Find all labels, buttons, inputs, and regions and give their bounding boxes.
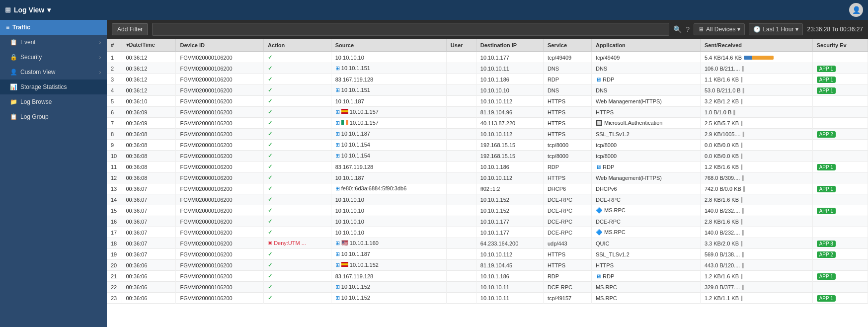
add-filter-button[interactable]: Add Filter bbox=[112, 23, 148, 35]
col-security[interactable]: Security Ev bbox=[812, 39, 868, 52]
cell-dest: 10.10.1.177 bbox=[476, 227, 543, 238]
sent-value: 329.0 B/377.... bbox=[705, 284, 740, 290]
cell-service: tcp/8000 bbox=[543, 151, 591, 162]
cell-user bbox=[446, 162, 476, 172]
table-row[interactable]: 5 00:36:10 FGVM020000106200 ✓ 10.10.1.18… bbox=[107, 96, 868, 107]
table-row[interactable]: 11 00:36:08 FGVM020000106200 ✓ 83.167.11… bbox=[107, 162, 868, 172]
cell-number: 14 bbox=[107, 194, 122, 205]
chevron-right-icon: › bbox=[99, 40, 101, 45]
cell-action: ✓ bbox=[264, 96, 331, 107]
table-row[interactable]: 20 00:36:06 FGVM020000106200 ✓ ⊞ 10.10.1… bbox=[107, 260, 868, 271]
sent-value: 1.1 KB/1.6 KB bbox=[705, 77, 739, 82]
sidebar-item-security[interactable]: 🔒 Security › bbox=[0, 50, 107, 65]
col-user[interactable]: User bbox=[446, 39, 476, 52]
col-dest[interactable]: Destination IP bbox=[476, 39, 543, 52]
cell-datetime: 00:36:07 bbox=[122, 249, 176, 260]
table-row[interactable]: 22 00:36:06 FGVM020000106200 ✓ ⊞ 10.10.1… bbox=[107, 282, 868, 293]
cell-user bbox=[446, 96, 476, 107]
cell-sent: 742.0 B/0.0 KB▌ bbox=[700, 183, 812, 194]
col-action[interactable]: Action bbox=[264, 39, 331, 52]
windows-icon: ⊞ bbox=[335, 185, 340, 191]
cell-dest: 10.10.10.11 bbox=[476, 282, 543, 293]
table-row[interactable]: 9 00:36:08 FGVM020000106200 ✓ ⊞ 10.10.1.… bbox=[107, 140, 868, 151]
col-source[interactable]: Source bbox=[331, 39, 446, 52]
cell-sent: 3.3 KB/2.0 KB▌ bbox=[700, 238, 812, 249]
table-row[interactable]: 18 00:36:07 FGVM020000106200 ✖ Deny:UTM … bbox=[107, 238, 868, 249]
table-row[interactable]: 7 00:36:09 FGVM020000106200 ✓ ⊞ 10.10.1.… bbox=[107, 118, 868, 129]
devices-dropdown-icon: ▾ bbox=[737, 26, 740, 33]
table-row[interactable]: 2 00:36:12 FGVM020000106200 ✓ ⊞ 10.10.1.… bbox=[107, 63, 868, 74]
cell-action: ✓ bbox=[264, 151, 331, 162]
col-device[interactable]: Device ID bbox=[176, 39, 264, 52]
cell-sent: 5.4 KB/14.6 KB bbox=[700, 52, 812, 63]
rdp-icon: 🖥 bbox=[596, 77, 601, 82]
sidebar-item-label: Log Browse bbox=[20, 98, 52, 105]
app-title[interactable]: ⊞ Log View ▾ bbox=[5, 6, 51, 14]
search-icon[interactable]: 🔍 bbox=[673, 25, 682, 33]
table-row[interactable]: 12 00:36:08 FGVM020000106200 ✓ 10.10.1.1… bbox=[107, 172, 868, 183]
cell-dest: 10.10.10.112 bbox=[476, 129, 543, 140]
cell-device: FGVM020000106200 bbox=[176, 74, 264, 85]
cell-number: 4 bbox=[107, 85, 122, 96]
sent-received-cell: 5.4 KB/14.6 KB bbox=[705, 55, 808, 61]
sidebar-item-log-group[interactable]: 📋 Log Group bbox=[0, 109, 107, 124]
sent-received-cell: 0.0 KB/0.0 KB▌ bbox=[705, 142, 808, 148]
cell-dest: ff02::1:2 bbox=[476, 183, 543, 194]
devices-filter[interactable]: 🖥 All Devices ▾ bbox=[694, 23, 745, 35]
col-number[interactable]: # bbox=[107, 39, 122, 52]
cell-security bbox=[812, 107, 868, 118]
cell-application: DCE-RPC bbox=[591, 194, 700, 205]
main-content: Add Filter 🔍 ? 🖥 All Devices ▾ 🕐 Last 1 … bbox=[107, 20, 868, 327]
filter-bar: Add Filter 🔍 ? 🖥 All Devices ▾ 🕐 Last 1 … bbox=[107, 20, 868, 39]
help-icon[interactable]: ? bbox=[686, 25, 690, 33]
bar-indicator: ▌ bbox=[743, 88, 746, 93]
cell-security: APP 8 bbox=[812, 238, 868, 249]
table-row[interactable]: 15 00:36:07 FGVM020000106200 ✓ 10.10.10.… bbox=[107, 205, 868, 216]
table-row[interactable]: 13 00:36:07 FGVM020000106200 ✓ ⊞ fe80::6… bbox=[107, 183, 868, 194]
table-header-row: # ▾Date/Time Device ID Action Source Use… bbox=[107, 39, 868, 52]
cell-security: APP 1 bbox=[812, 162, 868, 172]
sidebar-item-log-browse[interactable]: 📁 Log Browse bbox=[0, 94, 107, 109]
col-application[interactable]: Application bbox=[591, 39, 700, 52]
cell-user bbox=[446, 63, 476, 74]
table-row[interactable]: 6 00:36:09 FGVM020000106200 ✓ ⊞ 10.10.1.… bbox=[107, 107, 868, 118]
sidebar-item-custom-view[interactable]: 👤 Custom View › bbox=[0, 65, 107, 80]
table-row[interactable]: 8 00:36:08 FGVM020000106200 ✓ ⊞ 10.10.1.… bbox=[107, 129, 868, 140]
search-input[interactable] bbox=[152, 23, 669, 36]
col-service[interactable]: Service bbox=[543, 39, 591, 52]
table-row[interactable]: 17 00:36:07 FGVM020000106200 ✓ 10.10.10.… bbox=[107, 227, 868, 238]
table-row[interactable]: 16 00:36:07 FGVM020000106200 ✓ 10.10.10.… bbox=[107, 216, 868, 227]
sidebar-item-event[interactable]: 📋 Event › bbox=[0, 35, 107, 50]
cell-sent: 106.0 B/211....▌ bbox=[700, 63, 812, 74]
cell-device: FGVM020000106200 bbox=[176, 194, 264, 205]
table-row[interactable]: 10 00:36:08 FGVM020000106200 ✓ ⊞ 10.10.1… bbox=[107, 151, 868, 162]
table-row[interactable]: 1 00:36:12 FGVM020000106200 ✓ 10.10.10.1… bbox=[107, 52, 868, 63]
cell-datetime: 00:36:06 bbox=[122, 282, 176, 293]
table-row[interactable]: 3 00:36:12 FGVM020000106200 ✓ 83.167.119… bbox=[107, 74, 868, 85]
allow-icon: ✓ bbox=[268, 218, 272, 224]
chevron-right-icon: › bbox=[99, 70, 101, 75]
table-row[interactable]: 19 00:36:07 FGVM020000106200 ✓ ⊞ 10.10.1… bbox=[107, 249, 868, 260]
time-filter[interactable]: 🕐 Last 1 Hour ▾ bbox=[749, 23, 803, 35]
sent-received-cell: 140.0 B/232....▌ bbox=[705, 208, 808, 214]
title-dropdown-icon[interactable]: ▾ bbox=[47, 6, 51, 14]
col-datetime[interactable]: ▾Date/Time bbox=[122, 39, 176, 52]
sent-received-cell: 3.2 KB/1.2 KB▌ bbox=[705, 98, 808, 104]
cell-security bbox=[812, 151, 868, 162]
table-row[interactable]: 4 00:36:12 FGVM020000106200 ✓ ⊞ 10.10.1.… bbox=[107, 85, 868, 96]
cell-action: ✓ bbox=[264, 194, 331, 205]
table-row[interactable]: 23 00:36:06 FGVM020000106200 ✓ ⊞ 10.10.1… bbox=[107, 293, 868, 304]
rdp-icon: 🖥 bbox=[596, 273, 601, 279]
sent-received-cell: 329.0 B/377....▌ bbox=[705, 284, 808, 290]
cell-action: ✓ bbox=[264, 63, 331, 74]
user-avatar[interactable]: 👤 bbox=[849, 3, 863, 17]
cell-datetime: 00:36:12 bbox=[122, 63, 176, 74]
table-row[interactable]: 14 00:36:07 FGVM020000106200 ✓ 10.10.10.… bbox=[107, 194, 868, 205]
sent-value: 742.0 B/0.0 KB bbox=[705, 186, 741, 192]
cell-application: DCE-RPC bbox=[591, 216, 700, 227]
col-sent[interactable]: Sent/Received bbox=[700, 39, 812, 52]
sidebar-section-traffic[interactable]: ≡ Traffic bbox=[0, 20, 107, 35]
sidebar-item-storage-statistics[interactable]: 📊 Storage Statistics bbox=[0, 80, 107, 94]
table-row[interactable]: 21 00:36:06 FGVM020000106200 ✓ 83.167.11… bbox=[107, 271, 868, 282]
cell-datetime: 00:36:08 bbox=[122, 172, 176, 183]
